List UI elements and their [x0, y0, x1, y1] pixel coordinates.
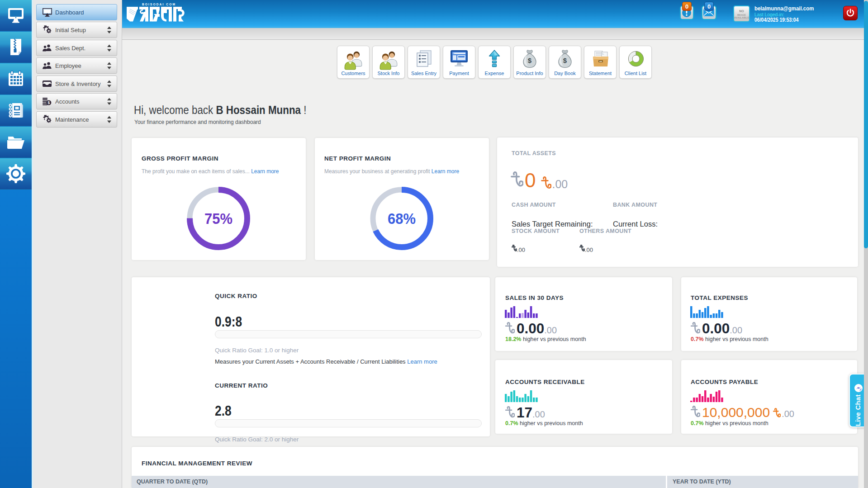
svg-text:75%: 75% [204, 210, 232, 227]
svg-text:$: $ [47, 100, 50, 105]
svg-text:68%: 68% [388, 210, 416, 227]
svg-text:BOISODAI COM: BOISODAI COM [142, 3, 176, 6]
